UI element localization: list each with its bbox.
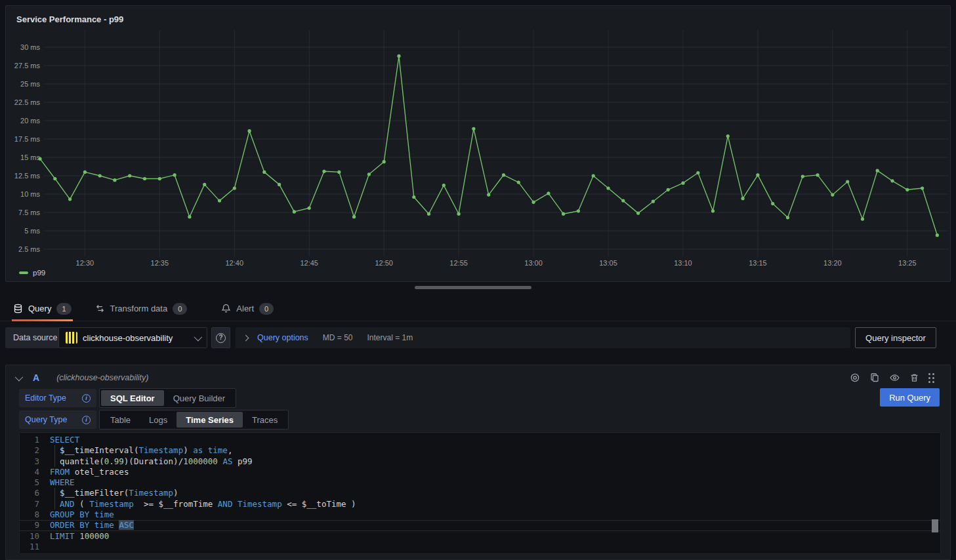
svg-text:12:40: 12:40 <box>226 259 244 267</box>
editor-type-builder[interactable]: Query Builder <box>164 390 234 406</box>
svg-text:30 ms: 30 ms <box>20 43 40 51</box>
svg-text:12:35: 12:35 <box>151 259 169 267</box>
run-query-button[interactable]: Run Query <box>880 388 940 407</box>
tab-query-label: Query <box>28 304 51 313</box>
code-line-3: 3quantile(0.99)(Duration)/1000000 AS p99 <box>20 456 940 467</box>
query-editor-card: A (clickhouse-observability) <box>5 365 951 560</box>
svg-text:13:10: 13:10 <box>674 259 692 267</box>
editor-type-switch: SQL Editor Query Builder <box>99 388 236 408</box>
query-type-row: Query Type i Table Logs Time Series Trac… <box>19 410 289 430</box>
svg-text:12:55: 12:55 <box>449 259 468 267</box>
collapse-chevron-icon[interactable] <box>15 372 24 381</box>
chevron-down-icon <box>194 332 203 341</box>
remove-query-button[interactable] <box>909 372 919 383</box>
svg-text:22.5 ms: 22.5 ms <box>14 98 41 106</box>
query-options-toggle[interactable]: Query options <box>257 333 308 342</box>
timeseries-chart: 2.5 ms5 ms7.5 ms10 ms12.5 ms15 ms17.5 ms… <box>6 6 951 268</box>
database-icon <box>13 304 23 313</box>
trash-icon <box>909 372 919 383</box>
tab-transform-badge: 0 <box>173 303 187 315</box>
svg-text:13:00: 13:00 <box>524 259 543 267</box>
query-options-bar: Query options MD = 50 Interval = 1m <box>236 327 850 348</box>
hide-response-button[interactable] <box>889 372 900 383</box>
svg-text:13:05: 13:05 <box>599 259 617 267</box>
tab-query-badge: 1 <box>56 303 71 315</box>
code-line-8: 8GROUP BY time <box>20 510 940 520</box>
code-line-10: 10LIMIT 100000 <box>20 531 940 542</box>
chevron-right-icon[interactable] <box>243 334 249 341</box>
query-type-traces[interactable]: Traces <box>243 412 287 428</box>
duplicate-query-button[interactable] <box>869 372 880 383</box>
drag-handle-icon[interactable] <box>928 373 934 383</box>
svg-text:13:20: 13:20 <box>823 259 842 267</box>
svg-text:13:25: 13:25 <box>898 259 917 267</box>
code-line-6: 6$__timeFilter(Timestamp) <box>20 488 940 498</box>
query-inspector-button[interactable]: Query inspector <box>855 327 936 348</box>
transform-icon <box>95 304 105 313</box>
datasource-value: clickhouse-observability <box>83 333 189 343</box>
editor-type-label: Editor Type <box>25 393 66 403</box>
svg-text:5 ms: 5 ms <box>24 227 40 235</box>
disable-query-button[interactable] <box>850 372 860 383</box>
query-type-timeseries[interactable]: Time Series <box>177 412 243 428</box>
code-line-4: 4FROM otel_traces <box>20 467 940 477</box>
svg-text:7.5 ms: 7.5 ms <box>18 209 41 216</box>
horizontal-scrollbar-handle[interactable] <box>415 286 531 289</box>
code-line-2: 2$__timeInterval(Timestamp) as time, <box>20 445 940 456</box>
svg-text:17.5 ms: 17.5 ms <box>14 135 41 143</box>
copy-icon <box>869 372 880 383</box>
svg-text:12.5 ms: 12.5 ms <box>14 172 41 180</box>
datasource-row: Data source clickhouse-observability ? Q… <box>0 327 956 348</box>
overview-ruler-selection-marker <box>932 519 938 532</box>
datasource-picker[interactable]: clickhouse-observability <box>58 327 207 348</box>
tab-alert[interactable]: Alert 0 <box>217 296 278 321</box>
query-type-logs[interactable]: Logs <box>140 412 177 428</box>
code-line-1: 1SELECT <box>20 435 940 445</box>
datasource-help-button[interactable]: ? <box>211 327 230 348</box>
sql-code-editor[interactable]: 1SELECT2$__timeInterval(Timestamp) as ti… <box>19 432 941 554</box>
svg-text:20 ms: 20 ms <box>20 117 40 125</box>
legend-item-p99[interactable]: p99 <box>19 269 45 277</box>
tab-alert-label: Alert <box>236 304 254 313</box>
eye-icon <box>889 372 900 383</box>
code-lines: 1SELECT2$__timeInterval(Timestamp) as ti… <box>20 435 940 552</box>
editor-tabs: Query 1 Transform data 0 Alert 0 <box>0 296 956 321</box>
svg-text:13:15: 13:15 <box>749 259 767 267</box>
info-circle-icon[interactable]: i <box>82 416 91 424</box>
bell-icon <box>221 304 231 313</box>
question-circle-icon: ? <box>216 333 226 343</box>
info-circle-icon[interactable]: i <box>82 394 91 403</box>
datasource-label: Data source <box>5 327 65 348</box>
svg-text:12:45: 12:45 <box>300 259 318 267</box>
record-circle-icon <box>850 372 860 383</box>
svg-text:15 ms: 15 ms <box>20 153 40 161</box>
timeseries-panel: Service Performance - p99 2.5 ms5 ms7.5 … <box>5 5 951 282</box>
query-ref-id[interactable]: A <box>33 372 39 383</box>
query-type-label: Query Type <box>25 415 67 424</box>
tab-transform-label: Transform data <box>110 304 168 313</box>
query-options-md: MD = 50 <box>323 333 353 342</box>
svg-text:10 ms: 10 ms <box>20 190 40 198</box>
editor-type-row: Editor Type i SQL Editor Query Builder <box>19 388 236 408</box>
tab-query[interactable]: Query 1 <box>9 296 75 321</box>
code-line-11: 11 <box>20 542 940 552</box>
code-line-7: 7AND ( Timestamp >= $__fromTime AND Time… <box>20 499 940 510</box>
tab-transform-data[interactable]: Transform data 0 <box>91 296 192 321</box>
svg-text:12:30: 12:30 <box>76 259 94 267</box>
query-type-table[interactable]: Table <box>101 412 140 428</box>
query-header: A (clickhouse-observability) <box>6 368 950 388</box>
code-line-9: 9ORDER BY time ASC <box>20 520 940 530</box>
svg-text:2.5 ms: 2.5 ms <box>18 245 41 253</box>
clickhouse-logo-icon <box>66 332 77 344</box>
svg-text:12:50: 12:50 <box>375 259 393 267</box>
legend-series-color <box>19 271 28 274</box>
query-type-chip: Query Type i <box>19 410 96 429</box>
editor-type-sql[interactable]: SQL Editor <box>101 390 164 406</box>
legend-label: p99 <box>33 269 45 277</box>
tab-alert-badge: 0 <box>259 303 274 315</box>
query-actions <box>850 372 934 383</box>
svg-text:27.5 ms: 27.5 ms <box>14 62 41 70</box>
editor-type-chip: Editor Type i <box>19 389 96 407</box>
query-type-switch: Table Logs Time Series Traces <box>99 410 289 430</box>
code-line-5: 5WHERE <box>20 477 940 488</box>
